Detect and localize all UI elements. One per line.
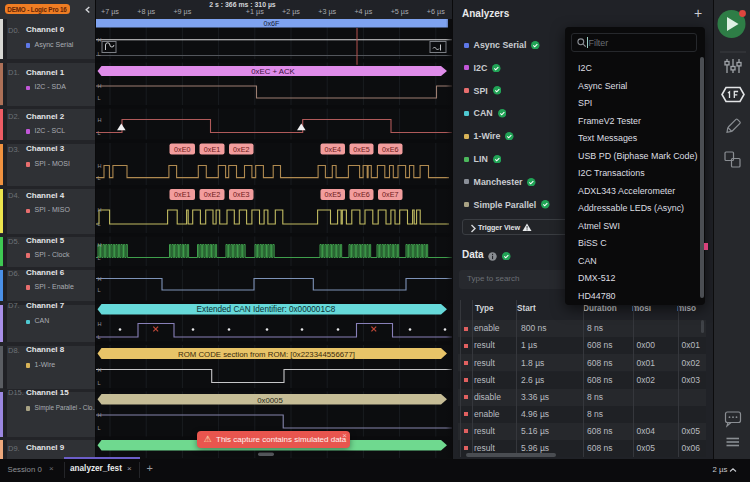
svg-text:L: L bbox=[98, 255, 101, 261]
svg-text:Extended CAN Identifier: 0x000: Extended CAN Identifier: 0x000001C8 bbox=[197, 305, 336, 314]
svg-text:0xEC + ACK: 0xEC + ACK bbox=[251, 67, 295, 76]
svg-text:+7 µs: +7 µs bbox=[101, 7, 119, 16]
svg-text:L: L bbox=[98, 287, 101, 293]
svg-text:0xE7: 0xE7 bbox=[382, 190, 398, 199]
svg-text:L: L bbox=[98, 175, 101, 181]
svg-text:H: H bbox=[98, 117, 102, 123]
svg-text:H: H bbox=[98, 242, 102, 248]
svg-text:+2 µs: +2 µs bbox=[282, 7, 300, 16]
svg-text:ROM CODE section from ROM: [0x: ROM CODE section from ROM: [0x2233445566… bbox=[178, 350, 355, 359]
svg-text:H: H bbox=[98, 367, 102, 373]
svg-text:H: H bbox=[98, 163, 102, 169]
svg-text:0xE3: 0xE3 bbox=[233, 190, 249, 199]
svg-text:0xE2: 0xE2 bbox=[233, 145, 249, 154]
svg-text:H: H bbox=[98, 412, 102, 418]
svg-text:L: L bbox=[98, 334, 101, 340]
svg-text:L: L bbox=[98, 221, 101, 227]
svg-text:+5 µs: +5 µs bbox=[391, 7, 409, 16]
svg-text:+4 µs: +4 µs bbox=[354, 7, 372, 16]
svg-text:0xE5: 0xE5 bbox=[325, 190, 341, 199]
svg-text:0xE1: 0xE1 bbox=[174, 190, 190, 199]
svg-text:H: H bbox=[98, 37, 102, 43]
svg-text:0xE6: 0xE6 bbox=[353, 190, 369, 199]
svg-text:0x6F: 0x6F bbox=[264, 19, 281, 28]
svg-text:+6 µs: +6 µs bbox=[427, 7, 445, 16]
svg-text:0x0005: 0x0005 bbox=[257, 396, 283, 405]
svg-text:L: L bbox=[98, 51, 101, 57]
svg-text:L: L bbox=[98, 130, 101, 136]
svg-text:+9 µs: +9 µs bbox=[173, 7, 191, 16]
svg-text:H: H bbox=[98, 83, 102, 89]
svg-text:0xE0: 0xE0 bbox=[174, 145, 190, 154]
svg-text:0xE1: 0xE1 bbox=[204, 145, 220, 154]
svg-text:H: H bbox=[98, 276, 102, 282]
svg-text:+8 µs: +8 µs bbox=[137, 7, 155, 16]
svg-text:H: H bbox=[98, 321, 102, 327]
svg-text:H: H bbox=[98, 207, 102, 213]
svg-text:L: L bbox=[98, 425, 101, 431]
svg-text:L: L bbox=[98, 95, 101, 101]
svg-text:0xE2: 0xE2 bbox=[204, 190, 220, 199]
svg-text:0xE5: 0xE5 bbox=[353, 145, 369, 154]
svg-text:0xE4: 0xE4 bbox=[325, 145, 341, 154]
svg-text:+3 µs: +3 µs bbox=[318, 7, 336, 16]
svg-text:0xE6: 0xE6 bbox=[382, 145, 398, 154]
svg-text:L: L bbox=[98, 380, 101, 386]
svg-text:2 s : 366 ms : 310 µs: 2 s : 366 ms : 310 µs bbox=[209, 1, 276, 9]
